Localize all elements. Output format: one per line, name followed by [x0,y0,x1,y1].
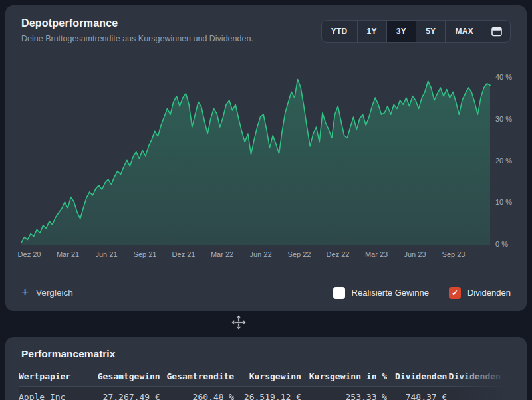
add-comparison-button[interactable]: + Vergleich [21,287,73,298]
range-button-3y[interactable]: 3Y [387,21,416,42]
toggle-dividenden[interactable]: ✓Dividenden [449,287,511,299]
table-row[interactable]: Apple Inc27.267,49 €260,48 %26.519,12 €2… [19,387,527,400]
table-cell: 26.519,12 € [234,387,301,400]
x-tick-label: Jun 21 [95,250,117,258]
calendar-button[interactable] [483,21,510,42]
x-tick-label: Jun 23 [404,250,426,258]
table-cell: 260,48 % [160,387,235,400]
x-tick-label: Sep 22 [288,250,311,258]
toggle-label: Dividenden [467,288,511,298]
x-tick-label: Sep 23 [442,250,466,258]
calendar-icon [491,27,502,37]
x-tick-label: Mär 21 [57,250,79,258]
x-tick-label: Dez 21 [172,250,196,258]
depotperformance-card: Depotperformance Deine Bruttogesamtrendi… [5,5,527,311]
y-tick-label: 40 % [495,73,512,81]
matrix-table-wrap: WertpapierGesamtgewinnGesamtrenditeKursg… [5,366,527,400]
x-tick-label: Sep 21 [134,250,157,258]
range-button-5y[interactable]: 5Y [416,21,446,42]
performance-chart[interactable]: 0 %10 %20 %30 %40 % Dez 20Mär 21Jun 21Se… [5,72,527,271]
range-button-max[interactable]: MAX [446,21,483,42]
move-cursor-icon [231,315,246,330]
column-header-dividenden: Dividenden [387,366,447,387]
column-header-kursgewinn: Kursgewinn [234,366,301,387]
range-button-1y[interactable]: 1Y [358,21,387,42]
x-tick-label: Mär 22 [211,250,233,258]
chart-toggles: Realisierte Gewinne✓Dividenden [333,287,511,299]
column-header-wertpapier: Wertpapier [19,366,98,387]
x-tick-label: Jun 22 [249,250,271,258]
time-range-group: YTD1Y3Y5YMAX [321,20,511,43]
table-cell: 253,33 % [301,387,387,400]
table-cell: Apple Inc [19,387,98,400]
table-cell [447,387,527,400]
column-header-kursgewinn-in-: Kursgewinn in % [301,366,387,387]
table-cell: 748,37 € [387,387,447,400]
plus-icon: + [21,286,29,298]
y-tick-label: 0 % [495,240,508,248]
y-tick-label: 30 % [495,115,512,123]
column-header-gesamtrendite: Gesamtrendite [160,366,235,387]
range-button-ytd[interactable]: YTD [322,21,358,42]
performance-table: WertpapierGesamtgewinnGesamtrenditeKursg… [19,366,527,400]
performancematrix-card: Performancematrix WertpapierGesamtgewinn… [5,337,527,400]
toggle-label: Realisierte Gewinne [352,288,429,298]
x-tick-label: Mär 23 [365,250,388,258]
compare-label: Vergleich [36,288,73,298]
x-tick-label: Dez 20 [18,250,41,258]
y-tick-label: 10 % [495,198,512,206]
toggle-realisierte-gewinne[interactable]: Realisierte Gewinne [333,287,429,299]
y-tick-label: 20 % [495,157,512,165]
area-chart [5,72,527,249]
column-header-dividenden-in-: Dividenden in % [447,366,527,387]
column-header-gesamtgewinn: Gesamtgewinn [98,366,160,387]
x-tick-label: Dez 22 [327,250,350,258]
table-cell: 27.267,49 € [98,387,160,400]
checkbox-checked-icon[interactable]: ✓ [449,287,461,299]
matrix-title: Performancematrix [21,348,115,360]
checkbox-unchecked-icon[interactable] [333,287,345,299]
chart-footer: + Vergleich Realisierte Gewinne✓Dividend… [5,274,527,311]
